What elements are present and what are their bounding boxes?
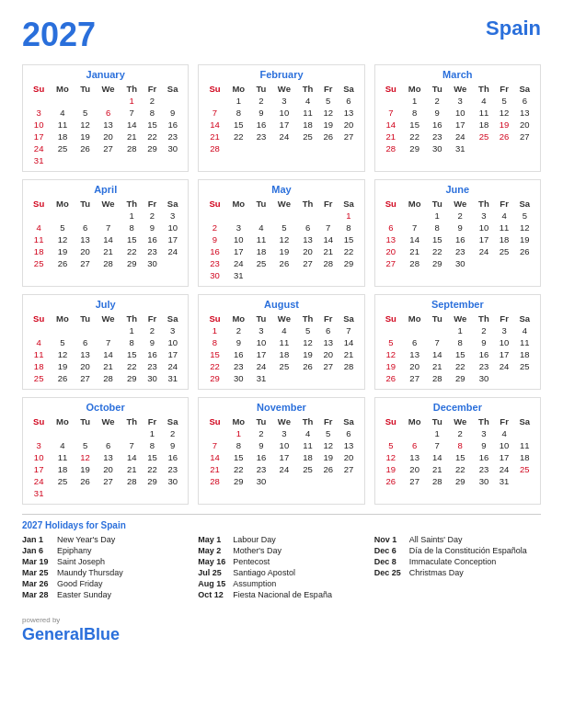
dow-header: Sa: [162, 198, 183, 210]
cal-day: 4: [271, 324, 297, 336]
cal-day: [75, 324, 96, 336]
cal-day: 13: [75, 233, 96, 245]
cal-day: 19: [380, 360, 402, 372]
holiday-item: Aug 15Assumption: [198, 579, 364, 588]
cal-day: 24: [447, 131, 473, 142]
cal-day: 20: [75, 245, 96, 257]
cal-day: 7: [203, 439, 225, 451]
cal-day: 9: [447, 222, 473, 233]
cal-day: 5: [380, 336, 402, 348]
holiday-item: Jan 6Epiphany: [22, 546, 189, 555]
cal-day: [514, 257, 535, 269]
cal-day: 3: [271, 95, 297, 107]
month-block-august: AugustSuMoTuWeThFrSa12345678910111213141…: [198, 294, 364, 390]
cal-day: 29: [447, 372, 473, 384]
cal-day: [514, 372, 535, 384]
cal-day: 25: [251, 257, 271, 269]
cal-day: 13: [318, 336, 338, 348]
country-title: Spain: [486, 18, 541, 39]
cal-day: 16: [251, 119, 271, 131]
cal-day: 14: [402, 233, 427, 245]
cal-day: 21: [402, 245, 427, 257]
brand-logo: GeneralBlue: [22, 625, 120, 644]
dow-header: Sa: [514, 198, 535, 210]
holidays-title: 2027 Holidays for Spain: [22, 520, 541, 530]
powered-by-text: powered by: [22, 616, 60, 624]
cal-day: 15: [121, 348, 143, 360]
cal-day: [226, 142, 251, 154]
cal-day: 5: [318, 427, 338, 439]
holiday-date: Jan 1: [22, 535, 53, 544]
cal-day: [318, 142, 338, 154]
dow-header: Mo: [402, 313, 427, 324]
cal-day: 6: [514, 95, 535, 107]
dow-header: Th: [121, 313, 143, 324]
cal-day: [75, 95, 96, 107]
cal-day: 25: [514, 360, 535, 372]
cal-day: 22: [121, 245, 143, 257]
cal-day: 16: [427, 119, 447, 131]
cal-day: 17: [447, 119, 473, 131]
cal-day: [514, 427, 535, 439]
cal-day: 11: [297, 107, 318, 119]
cal-day: 4: [50, 107, 75, 119]
holiday-date: May 2: [198, 546, 229, 555]
cal-day: 10: [473, 222, 494, 233]
cal-day: 2: [473, 324, 494, 336]
cal-day: 23: [251, 131, 271, 142]
cal-day: [514, 142, 535, 154]
dow-header: Fr: [143, 198, 162, 210]
cal-day: 20: [514, 119, 535, 131]
cal-day: 9: [162, 107, 183, 119]
cal-day: 31: [226, 269, 251, 281]
holiday-item: Jul 25Santiago Apostol: [198, 568, 364, 577]
cal-day: [318, 372, 338, 384]
cal-day: 18: [251, 245, 271, 257]
cal-day: 8: [447, 336, 473, 348]
cal-day: 7: [338, 324, 359, 336]
cal-day: 14: [95, 348, 121, 360]
month-block-june: JuneSuMoTuWeThFrSa1234567891011121314151…: [374, 179, 541, 287]
cal-day: 4: [28, 336, 50, 348]
cal-day: [50, 210, 75, 222]
dow-header: Tu: [427, 83, 447, 95]
cal-day: 16: [226, 348, 251, 360]
dow-header: Tu: [427, 415, 447, 427]
cal-day: [297, 210, 318, 222]
dow-header: Th: [297, 198, 318, 210]
cal-day: [50, 95, 75, 107]
dow-header: We: [447, 83, 473, 95]
cal-day: [297, 475, 318, 487]
cal-day: 26: [297, 360, 318, 372]
cal-day: 9: [251, 107, 271, 119]
cal-table: SuMoTuWeThFrSa12345678910111213141516171…: [380, 198, 535, 269]
holiday-date: May 16: [198, 557, 229, 566]
cal-day: 12: [380, 348, 402, 360]
cal-day: 19: [318, 119, 338, 131]
cal-table: SuMoTuWeThFrSa12345678910111213141516171…: [28, 313, 183, 384]
cal-day: 20: [75, 360, 96, 372]
cal-day: 8: [121, 222, 143, 233]
cal-day: [251, 142, 271, 154]
cal-day: [95, 210, 121, 222]
cal-day: 1: [338, 210, 359, 222]
dow-header: Su: [28, 198, 50, 210]
cal-day: 1: [121, 210, 143, 222]
dow-header: Sa: [338, 313, 359, 324]
cal-day: 9: [427, 107, 447, 119]
cal-day: 14: [380, 119, 402, 131]
cal-day: 27: [402, 475, 427, 487]
cal-day: 30: [162, 475, 183, 487]
cal-day: 29: [203, 372, 225, 384]
cal-day: 4: [297, 427, 318, 439]
cal-day: 24: [226, 257, 251, 269]
cal-day: [495, 372, 514, 384]
cal-day: 18: [28, 360, 50, 372]
cal-day: 12: [318, 439, 338, 451]
cal-day: 25: [514, 463, 535, 475]
cal-day: 23: [473, 463, 494, 475]
cal-day: 3: [473, 427, 494, 439]
dow-header: Mo: [402, 415, 427, 427]
holiday-name: All Saints' Day: [409, 535, 463, 544]
cal-day: 26: [50, 257, 75, 269]
